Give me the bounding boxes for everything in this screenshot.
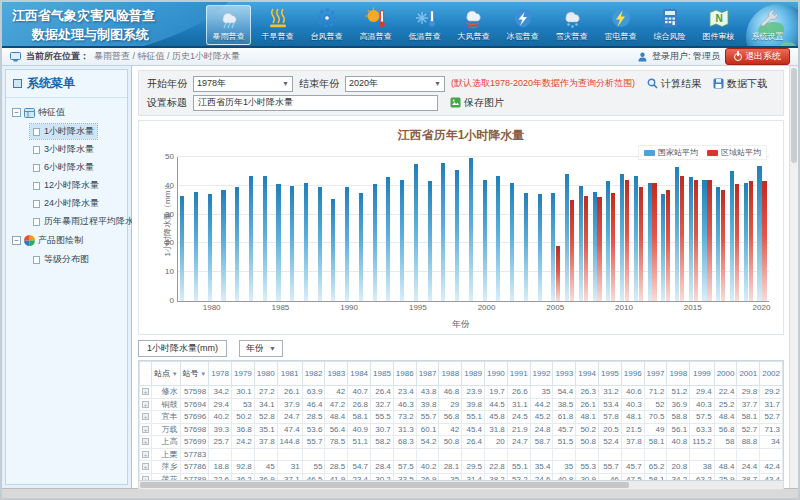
bar-national-1991[interactable] bbox=[359, 193, 363, 301]
expander-icon[interactable]: − bbox=[12, 108, 21, 117]
sidebar-item-12小时降水量[interactable]: 12小时降水量 bbox=[30, 178, 102, 193]
bar-regional-2008[interactable] bbox=[597, 197, 601, 301]
logout-button[interactable]: 退出系统 bbox=[725, 48, 790, 65]
toolbar-item-snow-survey[interactable]: 雪灾普查 bbox=[549, 5, 594, 45]
bar-national-1990[interactable] bbox=[345, 187, 349, 301]
bar-national-2005[interactable] bbox=[551, 193, 555, 301]
bar-national-1984[interactable] bbox=[263, 176, 267, 301]
bar-national-1998[interactable] bbox=[455, 170, 459, 301]
bar-national-1986[interactable] bbox=[290, 186, 294, 301]
toolbar-item-rain-survey[interactable]: 暴雨普查 bbox=[206, 5, 251, 45]
bar-national-1979[interactable] bbox=[194, 192, 198, 301]
row-expand-cell[interactable]: + bbox=[140, 411, 152, 424]
bar-national-2009[interactable] bbox=[606, 181, 610, 301]
column-station[interactable]: 站点 ▼ bbox=[152, 362, 181, 386]
row-expand-cell[interactable]: + bbox=[140, 436, 152, 449]
toolbar-item-hail-survey[interactable]: 冰雹普查 bbox=[500, 5, 545, 45]
row-expand-cell[interactable]: + bbox=[140, 448, 152, 461]
bar-national-2010[interactable] bbox=[620, 174, 624, 301]
legend-item[interactable]: 区域站平均 bbox=[707, 147, 761, 158]
table-horizontal-scrollbar[interactable] bbox=[138, 481, 784, 490]
bar-national-2000[interactable] bbox=[483, 180, 487, 301]
main-vertical-scrollbar[interactable] bbox=[789, 66, 798, 488]
bar-national-2008[interactable] bbox=[593, 192, 597, 301]
start-year-select[interactable]: 1978年 ▼ bbox=[193, 76, 293, 92]
bar-national-2019[interactable] bbox=[744, 183, 748, 301]
bar-regional-2016[interactable] bbox=[707, 180, 711, 301]
download-button[interactable]: 数据下载 bbox=[713, 77, 767, 91]
legend-item[interactable]: 国家站平均 bbox=[644, 147, 698, 158]
row-expand-cell[interactable]: + bbox=[140, 423, 152, 436]
scrollbar-thumb[interactable] bbox=[140, 482, 629, 488]
bar-national-2012[interactable] bbox=[648, 183, 652, 301]
bar-national-1995[interactable] bbox=[414, 164, 418, 301]
bar-national-2016[interactable] bbox=[702, 180, 706, 301]
table-row-萍乡[interactable]: +萍乡5778618.892.845315528.554.728.457.540… bbox=[140, 461, 785, 474]
sidebar-group-产品图绘制[interactable]: −产品图绘制 bbox=[8, 232, 125, 249]
end-year-select[interactable]: 2020年 ▼ bbox=[345, 76, 445, 92]
bar-regional-2010[interactable] bbox=[625, 180, 629, 301]
chart-title-input[interactable] bbox=[193, 95, 438, 111]
bar-national-2007[interactable] bbox=[579, 186, 583, 301]
toolbar-item-drought-survey[interactable]: 干旱普查 bbox=[255, 5, 300, 45]
sidebar-item-24小时降水量[interactable]: 24小时降水量 bbox=[30, 196, 102, 211]
save-image-button[interactable]: 保存图片 bbox=[450, 96, 504, 110]
table-row-上栗[interactable]: +上栗57783 bbox=[140, 448, 785, 461]
bar-national-1978[interactable] bbox=[180, 196, 184, 301]
table-row-铜鼓[interactable]: +铜鼓5769429.45334.137.946.447.226.832.746… bbox=[140, 398, 785, 411]
toolbar-item-hightemp-survey[interactable]: 高温普查 bbox=[353, 5, 398, 45]
bar-regional-2011[interactable] bbox=[639, 187, 643, 301]
bar-national-2018[interactable] bbox=[730, 171, 734, 301]
column-station-id[interactable]: 站号 ▼ bbox=[180, 362, 209, 386]
toolbar-item-lightning-survey[interactable]: 雷电普查 bbox=[598, 5, 643, 45]
sidebar-item-历年暴雨过程平均降水量[interactable]: 历年暴雨过程平均降水量 bbox=[30, 214, 146, 229]
bar-national-1983[interactable] bbox=[249, 176, 253, 301]
bar-national-1985[interactable] bbox=[276, 184, 280, 301]
toolbar-item-overall-risk[interactable]: 综合风险 bbox=[647, 5, 692, 45]
bar-national-2011[interactable] bbox=[634, 176, 638, 301]
bar-national-1992[interactable] bbox=[373, 184, 377, 301]
bar-regional-2012[interactable] bbox=[652, 183, 656, 301]
bar-national-2020[interactable] bbox=[757, 166, 761, 301]
scrollbar-thumb[interactable] bbox=[791, 68, 797, 163]
sidebar-group-特征值[interactable]: −特征值 bbox=[8, 104, 125, 121]
bar-regional-2006[interactable] bbox=[570, 200, 574, 301]
row-expand-cell[interactable]: + bbox=[140, 386, 152, 399]
bar-national-1988[interactable] bbox=[318, 187, 322, 301]
bar-regional-2020[interactable] bbox=[762, 181, 766, 301]
bar-national-2002[interactable] bbox=[510, 183, 514, 301]
bar-national-1980[interactable] bbox=[208, 194, 212, 301]
sidebar-item-1小时降水量[interactable]: 1小时降水量 bbox=[30, 124, 97, 139]
bar-national-2003[interactable] bbox=[524, 193, 528, 301]
table-row-莲花[interactable]: +莲花5778922.636.236.937.146.541.923.430.2… bbox=[140, 473, 785, 481]
bar-national-2013[interactable] bbox=[661, 194, 665, 301]
year-filter-dropdown[interactable]: 年份 ▼ bbox=[239, 340, 283, 357]
bar-regional-2019[interactable] bbox=[749, 181, 753, 301]
bar-national-1987[interactable] bbox=[304, 183, 308, 301]
sidebar-item-3小时降水量[interactable]: 3小时降水量 bbox=[30, 142, 97, 157]
toolbar-item-system-settings[interactable]: 系统设置 bbox=[745, 5, 790, 45]
bar-national-1997[interactable] bbox=[441, 163, 445, 301]
table-row-修水[interactable]: +修水5759834.230.127.226.163.94240.726.423… bbox=[140, 386, 785, 399]
bar-national-1994[interactable] bbox=[400, 180, 404, 301]
expander-icon[interactable]: − bbox=[12, 236, 21, 245]
bar-national-2006[interactable] bbox=[565, 174, 569, 301]
bar-national-1982[interactable] bbox=[235, 187, 239, 301]
bar-regional-2005[interactable] bbox=[556, 246, 560, 301]
bar-national-2004[interactable] bbox=[538, 194, 542, 301]
toolbar-item-gale-survey[interactable]: 大风普查 bbox=[451, 5, 496, 45]
bar-national-2014[interactable] bbox=[675, 167, 679, 301]
bar-national-1981[interactable] bbox=[221, 190, 225, 301]
bar-national-2017[interactable] bbox=[716, 187, 720, 301]
toolbar-item-map-review[interactable]: N图件审核 bbox=[696, 5, 741, 45]
bar-regional-2007[interactable] bbox=[584, 196, 588, 301]
bar-national-1989[interactable] bbox=[331, 199, 335, 301]
bar-national-1996[interactable] bbox=[428, 181, 432, 301]
compute-button[interactable]: 计算结果 bbox=[647, 77, 701, 91]
table-row-上高[interactable]: +上高5769925.724.237.8144.855.778.551.158.… bbox=[140, 436, 785, 449]
bar-regional-2013[interactable] bbox=[666, 190, 670, 301]
table-row-宜丰[interactable]: +宜丰5769640.250.252.824.728.548.458.155.5… bbox=[140, 411, 785, 424]
bar-regional-2009[interactable] bbox=[611, 193, 615, 301]
table-row-万载[interactable]: +万载5769839.336.835.147.453.656.440.930.7… bbox=[140, 423, 785, 436]
sidebar-item-6小时降水量[interactable]: 6小时降水量 bbox=[30, 160, 97, 175]
